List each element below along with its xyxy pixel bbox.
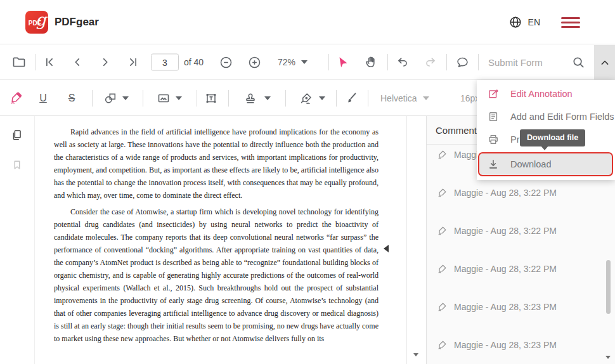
language-switcher[interactable]: EN <box>508 15 540 29</box>
pdf-document-view[interactable]: Rapid advances in the field of artificia… <box>35 116 426 364</box>
divider <box>478 54 479 70</box>
font-family-select[interactable]: Helvetica <box>380 93 429 103</box>
zoom-out-icon <box>219 55 233 70</box>
image-tool-button[interactable] <box>150 91 188 106</box>
underline-icon: U <box>39 93 47 104</box>
submit-form-button[interactable]: Submit Form <box>488 57 543 68</box>
divider <box>197 90 197 107</box>
last-page-icon <box>126 55 140 69</box>
collapse-toolbar-button[interactable] <box>594 45 615 80</box>
left-sidebar <box>0 116 35 364</box>
divider <box>406 116 407 364</box>
chevron-down-icon <box>423 96 429 100</box>
comment-author-line: Maggie - Aug 28, 3:22 PM <box>454 263 557 274</box>
fountain-pen-icon <box>299 91 314 106</box>
page-total-label: of 40 <box>184 57 204 67</box>
app-header: PDF g PDFgear EN <box>0 0 615 44</box>
first-page-button[interactable] <box>37 49 62 75</box>
divider <box>35 54 36 70</box>
scroll-down-icon[interactable] <box>413 353 418 356</box>
first-page-icon <box>42 55 56 69</box>
font-family-value: Helvetica <box>380 93 417 103</box>
divider <box>336 90 337 107</box>
chevron-down-icon <box>319 96 325 100</box>
stamp-tool-button[interactable] <box>235 91 279 106</box>
comments-title: Comments <box>436 125 482 136</box>
page-number-input[interactable] <box>151 54 179 71</box>
menu-item-label: Edit Annotation <box>510 89 573 99</box>
pdfgear-app: PDF g PDFgear EN <box>0 0 615 364</box>
zoom-in-button[interactable] <box>242 49 267 75</box>
comment-tool-button[interactable] <box>450 49 475 75</box>
download-highlight-ring: Download <box>478 152 613 176</box>
pdf-paragraph: Consider the case of Atomwise, a startup… <box>54 206 379 345</box>
app-title: PDFgear <box>55 16 99 29</box>
image-icon <box>156 91 171 106</box>
text-box-icon <box>204 91 219 106</box>
redo-button[interactable] <box>418 49 443 75</box>
print-icon <box>487 133 500 146</box>
zoom-level-value: 72% <box>278 57 295 67</box>
page-thumbnails-button[interactable] <box>6 124 28 146</box>
highlighter-icon <box>9 91 23 105</box>
hand-icon <box>364 55 378 69</box>
comments-scrollbar-thumb[interactable] <box>606 260 611 314</box>
pdf-paragraph: Rapid advances in the field of artificia… <box>54 126 379 202</box>
undo-button[interactable] <box>390 49 415 75</box>
strikethrough-tool-button[interactable]: S <box>59 86 84 111</box>
zoom-out-button[interactable] <box>213 49 238 75</box>
select-tool-button[interactable] <box>330 49 356 75</box>
scroll-down-icon[interactable] <box>605 356 611 359</box>
chevron-left-icon <box>70 55 84 69</box>
highlight-tool-button[interactable] <box>3 86 29 111</box>
tooltip-text: Download file <box>527 133 578 142</box>
stamp-icon <box>243 91 258 106</box>
comment-item[interactable]: Maggie - Aug 28, 3:22 PM <box>427 259 615 297</box>
divider <box>228 90 229 107</box>
divider <box>368 90 368 107</box>
pdfgear-logo[interactable]: PDF g <box>25 11 48 34</box>
bookmarks-button[interactable] <box>6 154 28 176</box>
menu-item-download[interactable]: Download <box>479 153 612 175</box>
brush-tool-button[interactable] <box>338 86 363 111</box>
pdf-page-text: Rapid advances in the field of artificia… <box>54 126 379 349</box>
menu-item-form-fields[interactable]: Add and Edit Form Fields <box>477 105 615 128</box>
hamburger-menu-icon[interactable] <box>561 17 580 28</box>
chevron-down-icon <box>122 96 129 100</box>
panel-collapse-icon[interactable] <box>384 245 389 252</box>
divider <box>285 90 286 107</box>
divider <box>328 54 329 70</box>
comment-item[interactable]: Maggie - Aug 28, 3:22 PM <box>427 183 615 221</box>
text-box-tool-button[interactable] <box>198 86 224 111</box>
menu-item-edit-annotation[interactable]: Edit Annotation <box>477 82 615 105</box>
language-label: EN <box>528 17 540 27</box>
comment-item[interactable]: Maggie - Aug 28, 3:23 PM <box>427 335 615 364</box>
comment-item[interactable]: Maggie - Aug 28, 3:23 PM <box>427 297 615 335</box>
folder-icon <box>11 55 27 70</box>
signature-tool-button[interactable] <box>292 91 332 106</box>
chevron-right-icon <box>98 55 112 69</box>
underline-tool-button[interactable]: U <box>30 86 56 111</box>
redo-icon <box>424 55 437 69</box>
annotation-pen-icon <box>437 263 448 274</box>
comment-author-line: Maggie - Aug 28, 3:22 PM <box>454 225 557 236</box>
previous-page-button[interactable] <box>65 49 90 75</box>
pointer-cursor-icon <box>336 55 350 69</box>
open-file-button[interactable] <box>6 49 32 75</box>
shapes-tool-button[interactable] <box>96 91 134 106</box>
annotation-pen-icon <box>437 339 448 350</box>
page-number-field-wrap <box>151 54 179 71</box>
chevron-down-icon <box>176 96 182 100</box>
comment-author-line: Maggie - Aug 28, 3:22 PM <box>454 187 557 198</box>
comment-bubble-icon <box>455 55 470 70</box>
download-icon <box>487 158 500 171</box>
hand-tool-button[interactable] <box>358 49 384 75</box>
next-page-button[interactable] <box>93 49 118 75</box>
edit-annotation-icon <box>487 88 500 100</box>
divider <box>446 54 447 70</box>
zoom-level-select[interactable]: 72% <box>278 57 308 67</box>
chevron-down-icon <box>264 96 271 100</box>
search-button[interactable] <box>566 49 591 75</box>
last-page-button[interactable] <box>120 49 146 75</box>
comment-item[interactable]: Maggie - Aug 28, 3:22 PM <box>427 221 615 259</box>
